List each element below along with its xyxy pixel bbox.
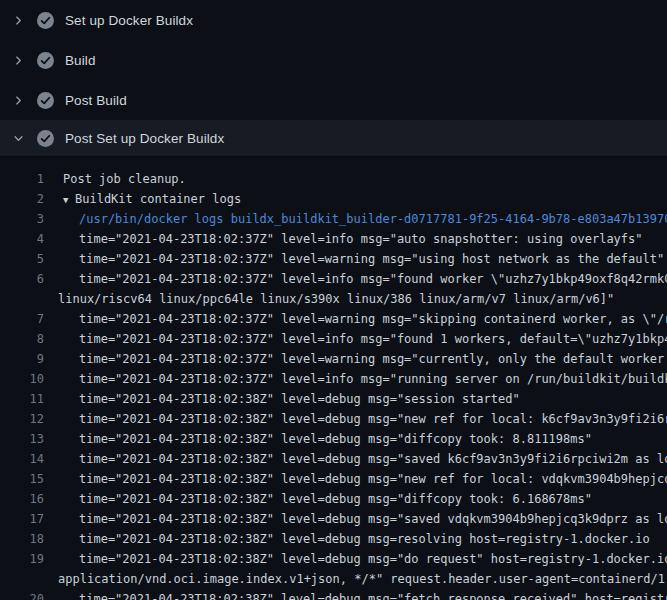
step-row-set-up-docker-buildx[interactable]: Set up Docker Buildx — [0, 0, 667, 40]
line-number[interactable]: 6 — [0, 269, 44, 289]
chevron-down-icon[interactable] — [13, 133, 24, 144]
line-number[interactable]: 5 — [0, 249, 44, 269]
line-number[interactable]: 14 — [0, 449, 44, 469]
log-line-text: application/vnd.oci.image.index.v1+json,… — [44, 569, 667, 589]
log-group-toggle[interactable]: ▼BuildKit container logs — [44, 189, 241, 209]
log-line-text: time="2021-04-23T18:02:37Z" level=info m… — [44, 329, 667, 349]
log-line-text: time="2021-04-23T18:02:38Z" level=debug … — [44, 509, 667, 529]
log-line-text: time="2021-04-23T18:02:38Z" level=debug … — [44, 449, 667, 469]
log-line-text: time="2021-04-23T18:02:38Z" level=debug … — [44, 549, 667, 569]
line-number[interactable]: 10 — [0, 369, 44, 389]
log-line-text: time="2021-04-23T18:02:38Z" level=debug … — [44, 429, 592, 449]
triangle-down-icon: ▼ — [63, 190, 75, 209]
log-group-label: BuildKit container logs — [75, 192, 241, 206]
log-row: 9time="2021-04-23T18:02:37Z" level=warni… — [0, 349, 667, 369]
log-line-text: time="2021-04-23T18:02:38Z" level=debug … — [44, 489, 592, 509]
log-line-text: time="2021-04-23T18:02:38Z" level=debug … — [44, 529, 650, 549]
log-line-text: linux/riscv64 linux/ppc64le linux/s390x … — [44, 289, 614, 309]
log-row: application/vnd.oci.image.index.v1+json,… — [0, 569, 667, 589]
check-circle-icon — [37, 52, 54, 69]
line-number[interactable]: 16 — [0, 489, 44, 509]
line-number[interactable]: 9 — [0, 349, 44, 369]
step-row-post-build[interactable]: Post Build — [0, 80, 667, 120]
log-row: 13time="2021-04-23T18:02:38Z" level=debu… — [0, 429, 667, 449]
log-line-text: Post job cleanup. — [44, 169, 186, 189]
step-label: Build — [65, 53, 96, 68]
log-row: 14time="2021-04-23T18:02:38Z" level=debu… — [0, 449, 667, 469]
log-line-text: time="2021-04-23T18:02:38Z" level=debug … — [44, 409, 667, 429]
log-row: 11time="2021-04-23T18:02:38Z" level=debu… — [0, 389, 667, 409]
log-row: 18time="2021-04-23T18:02:38Z" level=debu… — [0, 529, 667, 549]
check-circle-icon — [37, 92, 54, 109]
line-number[interactable]: 19 — [0, 549, 44, 569]
chevron-right-icon[interactable] — [13, 15, 24, 26]
step-label: Post Build — [65, 93, 127, 108]
steps-list: Set up Docker BuildxBuildPost BuildPost … — [0, 0, 667, 157]
log-row: 6time="2021-04-23T18:02:37Z" level=info … — [0, 269, 667, 289]
log-line-text: time="2021-04-23T18:02:37Z" level=warnin… — [44, 309, 667, 329]
step-row-post-set-up-docker-buildx[interactable]: Post Set up Docker Buildx — [0, 120, 667, 157]
log-panel: 1Post job cleanup.2▼BuildKit container l… — [0, 157, 667, 600]
log-row: 15time="2021-04-23T18:02:38Z" level=debu… — [0, 469, 667, 489]
check-circle-icon — [37, 130, 54, 147]
line-number[interactable]: 7 — [0, 309, 44, 329]
line-number[interactable]: 18 — [0, 529, 44, 549]
step-label: Post Set up Docker Buildx — [65, 131, 224, 146]
line-number — [0, 569, 44, 589]
log-line-text: time="2021-04-23T18:02:37Z" level=info m… — [44, 229, 643, 249]
line-number[interactable]: 12 — [0, 409, 44, 429]
log-command-text: /usr/bin/docker logs buildx_buildkit_bui… — [44, 209, 667, 229]
log-row: 19time="2021-04-23T18:02:38Z" level=debu… — [0, 549, 667, 569]
log-row: 16time="2021-04-23T18:02:38Z" level=debu… — [0, 489, 667, 509]
line-number[interactable]: 15 — [0, 469, 44, 489]
chevron-right-icon[interactable] — [13, 55, 24, 66]
line-number[interactable]: 13 — [0, 429, 44, 449]
log-line-text: time="2021-04-23T18:02:37Z" level=info m… — [44, 369, 667, 389]
line-number[interactable]: 2 — [0, 189, 44, 209]
log-line-text: time="2021-04-23T18:02:37Z" level=info m… — [44, 269, 667, 289]
line-number[interactable]: 3 — [0, 209, 44, 229]
line-number[interactable]: 20 — [0, 589, 44, 600]
log-line-text: time="2021-04-23T18:02:38Z" level=debug … — [44, 469, 667, 489]
line-number[interactable]: 4 — [0, 229, 44, 249]
log-row: 7time="2021-04-23T18:02:37Z" level=warni… — [0, 309, 667, 329]
log-row: 8time="2021-04-23T18:02:37Z" level=info … — [0, 329, 667, 349]
line-number[interactable]: 11 — [0, 389, 44, 409]
line-number[interactable]: 17 — [0, 509, 44, 529]
log-line-text: time="2021-04-23T18:02:37Z" level=warnin… — [44, 249, 664, 269]
line-number[interactable]: 1 — [0, 169, 44, 189]
log-row: 12time="2021-04-23T18:02:38Z" level=debu… — [0, 409, 667, 429]
log-row: 1Post job cleanup. — [0, 169, 667, 189]
log-row: 3/usr/bin/docker logs buildx_buildkit_bu… — [0, 209, 667, 229]
chevron-right-icon[interactable] — [13, 95, 24, 106]
log-row: 20time="2021-04-23T18:02:38Z" level=debu… — [0, 589, 667, 600]
log-line-text: time="2021-04-23T18:02:38Z" level=debug … — [44, 589, 667, 600]
log-line-text: time="2021-04-23T18:02:37Z" level=warnin… — [44, 349, 667, 369]
log-row: 17time="2021-04-23T18:02:38Z" level=debu… — [0, 509, 667, 529]
workflow-log-viewer: Set up Docker BuildxBuildPost BuildPost … — [0, 0, 667, 600]
check-circle-icon — [37, 12, 54, 29]
line-number — [0, 289, 44, 309]
line-number[interactable]: 8 — [0, 329, 44, 349]
log-row: linux/riscv64 linux/ppc64le linux/s390x … — [0, 289, 667, 309]
step-label: Set up Docker Buildx — [65, 13, 193, 28]
log-row: 5time="2021-04-23T18:02:37Z" level=warni… — [0, 249, 667, 269]
log-row: 2▼BuildKit container logs — [0, 189, 667, 209]
step-row-build[interactable]: Build — [0, 40, 667, 80]
log-row: 4time="2021-04-23T18:02:37Z" level=info … — [0, 229, 667, 249]
log-row: 10time="2021-04-23T18:02:37Z" level=info… — [0, 369, 667, 389]
log-line-text: time="2021-04-23T18:02:38Z" level=debug … — [44, 389, 520, 409]
